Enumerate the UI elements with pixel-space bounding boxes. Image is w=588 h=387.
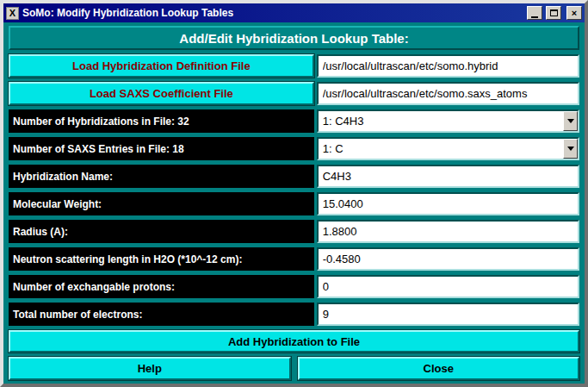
saxs-file-row: Load SAXS Coefficient File [9,82,579,105]
hybridization-select[interactable]: 1: C4H3 [317,109,579,133]
minimize-button[interactable] [527,6,542,20]
exchangable-protons-input[interactable] [317,275,579,298]
hybridization-select-value: 1: C4H3 [319,111,563,131]
neutron-scattering-row: Neutron scattering length in H2O (*10^-1… [9,247,579,271]
hybridizations-count-row: Number of Hybridizations in File: 32 1: … [9,109,579,133]
total-electrons-input[interactable] [317,303,579,326]
add-hybridization-row: Add Hybridization to File [9,330,579,353]
molecular-weight-label: Molecular Weight: [9,192,314,215]
saxs-entries-count-label: Number of SAXS Entries in File: 18 [9,137,314,160]
hybrid-file-row: Load Hybridization Definition File [9,54,579,78]
load-saxs-file-button[interactable]: Load SAXS Coefficient File [9,82,314,105]
window-title: SoMo: Modify Hybridization Lookup Tables [22,7,523,19]
hybridization-name-input[interactable] [317,165,579,188]
titlebar[interactable]: X SoMo: Modify Hybridization Lookup Tabl… [3,3,585,22]
hybridization-name-row: Hybridization Name: [9,165,579,188]
radius-label: Radius (A): [9,220,314,243]
close-button[interactable]: Close [298,357,580,380]
molecular-weight-input[interactable] [317,192,579,215]
radius-row: Radius (A): [9,220,579,243]
add-hybridization-button[interactable]: Add Hybridization to File [9,330,579,353]
dialog-window: X SoMo: Modify Hybridization Lookup Tabl… [0,0,588,387]
saxs-entry-select[interactable]: 1: C [317,137,579,160]
dialog-header: Add/Edit Hybridization Lookup Table: [9,26,579,50]
molecular-weight-row: Molecular Weight: [9,192,579,215]
app-icon: X [6,7,19,20]
saxs-file-path-input[interactable] [317,82,579,105]
hybridizations-count-label: Number of Hybridizations in File: 32 [9,109,314,133]
total-electrons-label: Total number of electrons: [9,303,314,326]
saxs-entry-select-value: 1: C [319,139,563,159]
neutron-scattering-label: Neutron scattering length in H2O (*10^-1… [9,247,314,271]
total-electrons-row: Total number of electrons: [9,303,579,326]
maximize-icon [550,9,558,16]
close-icon: × [572,9,577,18]
chevron-down-icon[interactable] [563,111,578,131]
radius-input[interactable] [317,220,579,243]
neutron-scattering-input[interactable] [317,247,579,271]
help-button[interactable]: Help [9,357,291,380]
hybrid-file-path-input[interactable] [317,54,579,78]
chevron-down-icon[interactable] [563,139,578,159]
maximize-button[interactable] [546,6,561,20]
hybridization-name-label: Hybridization Name: [9,165,314,188]
saxs-entries-count-row: Number of SAXS Entries in File: 18 1: C [9,137,579,160]
close-window-button[interactable]: × [566,6,582,20]
exchangable-protons-label: Number of exchangable protons: [9,275,314,298]
load-hybridization-file-button[interactable]: Load Hybridization Definition File [9,54,314,78]
dialog-content: Add/Edit Hybridization Lookup Table: Loa… [3,22,585,384]
exchangable-protons-row: Number of exchangable protons: [9,275,579,298]
bottom-buttons-row: Help Close [9,357,579,380]
minimize-icon [531,16,538,18]
